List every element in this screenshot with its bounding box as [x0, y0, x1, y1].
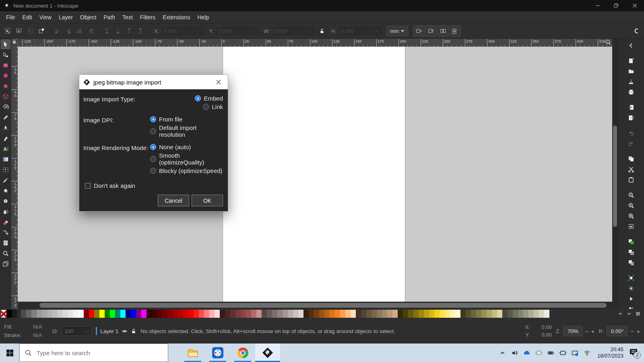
paste-width-separately-button[interactable]: [438, 25, 449, 37]
horizontal-ruler[interactable]: -225-200-175-150-125-100-75-50-250255075…: [18, 39, 612, 47]
radio-unselected-icon[interactable]: [150, 168, 156, 174]
zoom-to-page-button[interactable]: [625, 211, 637, 221]
palette-swatch[interactable]: [387, 310, 392, 318]
vertical-ruler[interactable]: 255075100125150175200225250275: [11, 39, 18, 309]
palette-swatch[interactable]: [534, 310, 539, 318]
palette-swatch[interactable]: [183, 310, 188, 318]
palette-swatch[interactable]: [377, 310, 382, 318]
palette-swatch[interactable]: [314, 310, 319, 318]
ruler-zoom-icon[interactable]: 1:1: [605, 39, 611, 45]
y-field-input[interactable]: 0.000−+: [215, 26, 260, 36]
layer-unlock-icon[interactable]: [131, 328, 136, 334]
restore-button[interactable]: [607, 0, 625, 11]
star-tool[interactable]: [1, 81, 10, 91]
zoom-to-drawing-button[interactable]: [625, 200, 637, 211]
palette-swatch[interactable]: [246, 310, 251, 318]
taskbar-slack[interactable]: [205, 343, 230, 362]
tray-battery-icon[interactable]: [547, 350, 554, 356]
tray-cloud-icon[interactable]: [535, 350, 542, 356]
paste-height-button[interactable]: [425, 25, 437, 37]
open-document-button[interactable]: [625, 66, 637, 76]
ellipse-tool[interactable]: [1, 71, 10, 80]
collapse-panel-button[interactable]: [625, 40, 637, 51]
palette-swatch[interactable]: [262, 310, 267, 318]
taskbar-inkscape[interactable]: [255, 343, 280, 362]
palette-swatch[interactable]: [204, 310, 209, 318]
palette-swatch[interactable]: [157, 310, 162, 318]
palette-swatch[interactable]: [351, 310, 356, 318]
rectangle-tool[interactable]: [1, 60, 10, 70]
menu-path[interactable]: Path: [100, 12, 119, 23]
cut-button[interactable]: [625, 164, 637, 175]
zoom-tool[interactable]: [1, 249, 10, 258]
menu-layer[interactable]: Layer: [55, 12, 76, 23]
tray-wifi-icon[interactable]: [584, 350, 590, 356]
palette-swatch[interactable]: [199, 310, 204, 318]
dimensions-lock-button[interactable]: [317, 26, 327, 36]
palette-swatch[interactable]: [141, 310, 147, 318]
paste-button[interactable]: [625, 175, 637, 185]
ungroup-selection-button[interactable]: [625, 283, 637, 294]
new-document-button[interactable]: [625, 56, 637, 66]
palette-swatch[interactable]: [215, 310, 220, 318]
palette-swatch[interactable]: [424, 310, 429, 318]
palette-swatch[interactable]: [408, 310, 413, 318]
node-tool[interactable]: [1, 50, 10, 60]
palette-swatch[interactable]: [267, 310, 272, 318]
rotation-value-field[interactable]: 0.00°: [607, 326, 628, 336]
snapping-toggle-button[interactable]: [631, 26, 642, 36]
dialog-close-button[interactable]: [213, 77, 224, 87]
close-button[interactable]: [625, 0, 644, 11]
palette-swatch[interactable]: [450, 310, 455, 318]
palette-swatch[interactable]: [194, 310, 199, 318]
palette-swatch[interactable]: [99, 310, 105, 318]
rotation-plus-button[interactable]: +: [636, 328, 640, 335]
ruler-guide-lock-icon[interactable]: [12, 39, 17, 44]
radio-option[interactable]: None (auto): [150, 144, 223, 150]
palette-swatch[interactable]: [94, 310, 99, 318]
palette-swatch[interactable]: [126, 310, 131, 318]
radio-unselected-icon[interactable]: [150, 128, 156, 134]
palette-swatch[interactable]: [21, 310, 26, 318]
palette-swatch[interactable]: [298, 310, 303, 318]
palette-swatch[interactable]: [513, 310, 518, 318]
palette-swatch[interactable]: [293, 310, 298, 318]
palette-swatch[interactable]: [120, 310, 126, 318]
radio-option[interactable]: Blocky (optimizeSpeed): [150, 167, 223, 174]
taskbar-chrome[interactable]: [230, 343, 255, 362]
palette-swatch[interactable]: [162, 310, 167, 318]
palette-scroll-down-button[interactable]: [626, 311, 632, 317]
palette-swatch[interactable]: [429, 310, 434, 318]
color-management-button[interactable]: [625, 304, 637, 309]
dont-ask-again-checkbox[interactable]: Don't ask again: [85, 182, 223, 189]
palette-swatch[interactable]: [136, 310, 141, 318]
dropper-tool[interactable]: [1, 175, 10, 185]
palette-swatch[interactable]: [528, 310, 534, 318]
palette-swatch[interactable]: [47, 310, 52, 318]
cancel-button[interactable]: Cancel: [158, 195, 189, 206]
palette-scroll-up-button[interactable]: [617, 311, 623, 317]
dialog-title-bar[interactable]: jpeg bitmap image import: [79, 75, 228, 89]
palette-swatch[interactable]: [288, 310, 293, 318]
palette-swatch[interactable]: [235, 310, 241, 318]
opacity-field[interactable]: 100 ―+: [62, 326, 92, 336]
palette-swatch[interactable]: [434, 310, 440, 318]
palette-swatch[interactable]: [115, 310, 120, 318]
x-field-input[interactable]: 0.000−+: [161, 26, 205, 36]
palette-swatch[interactable]: [78, 310, 84, 318]
tray-chevron-up-icon[interactable]: [499, 350, 506, 356]
import-image-button[interactable]: [625, 102, 637, 113]
width-field-input[interactable]: 0.000−+: [272, 26, 316, 36]
taskbar-clock[interactable]: 20:45 18/07/2023: [597, 346, 623, 359]
menu-text[interactable]: Text: [119, 12, 136, 23]
tray-cast-icon[interactable]: [572, 350, 578, 356]
gradient-tool[interactable]: [1, 154, 10, 164]
palette-swatch[interactable]: [272, 310, 277, 318]
start-button[interactable]: [0, 343, 19, 362]
palette-swatch[interactable]: [330, 310, 335, 318]
selector-tool[interactable]: [1, 39, 10, 49]
palette-swatch[interactable]: [460, 310, 466, 318]
rotation-minus-button[interactable]: −: [630, 328, 634, 335]
palette-swatch[interactable]: [492, 310, 497, 318]
palette-swatch[interactable]: [345, 310, 351, 318]
